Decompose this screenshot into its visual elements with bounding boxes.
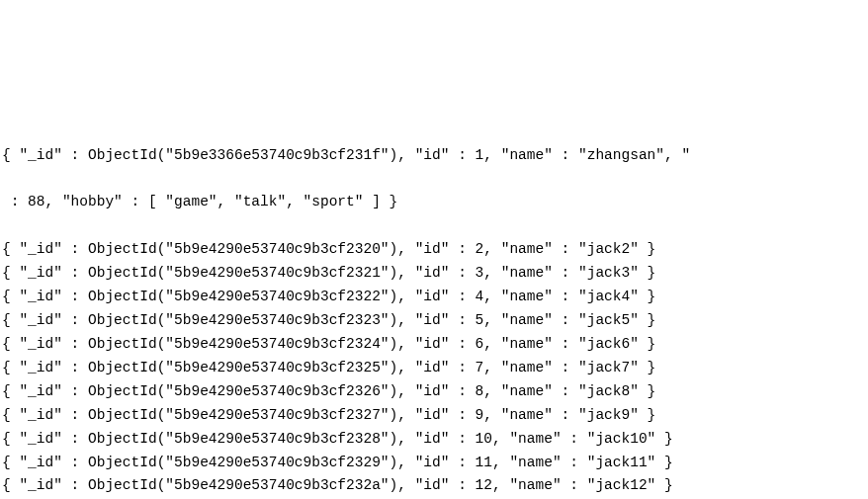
record-line: { "_id" : ObjectId("5b9e4290e53740c9b3cf… (2, 333, 868, 357)
record-line-first-a: { "_id" : ObjectId("5b9e3366e53740c9b3cf… (2, 144, 868, 168)
record-line: { "_id" : ObjectId("5b9e4290e53740c9b3cf… (2, 380, 868, 404)
record-line-first-b: : 88, "hobby" : [ "game", "talk", "sport… (2, 191, 868, 214)
record-line: { "_id" : ObjectId("5b9e4290e53740c9b3cf… (2, 404, 868, 428)
record-line: { "_id" : ObjectId("5b9e4290e53740c9b3cf… (2, 452, 868, 475)
record-line: { "_id" : ObjectId("5b9e4290e53740c9b3cf… (2, 238, 868, 262)
record-line: { "_id" : ObjectId("5b9e4290e53740c9b3cf… (2, 262, 868, 286)
record-line: { "_id" : ObjectId("5b9e4290e53740c9b3cf… (2, 309, 868, 333)
mongo-shell-output: { "_id" : ObjectId("5b9e3366e53740c9b3cf… (0, 119, 868, 499)
records-container: { "_id" : ObjectId("5b9e4290e53740c9b3cf… (2, 238, 868, 499)
record-line: { "_id" : ObjectId("5b9e4290e53740c9b3cf… (2, 428, 868, 452)
record-line: { "_id" : ObjectId("5b9e4290e53740c9b3cf… (2, 357, 868, 380)
record-line: { "_id" : ObjectId("5b9e4290e53740c9b3cf… (2, 286, 868, 309)
record-line: { "_id" : ObjectId("5b9e4290e53740c9b3cf… (2, 474, 868, 498)
